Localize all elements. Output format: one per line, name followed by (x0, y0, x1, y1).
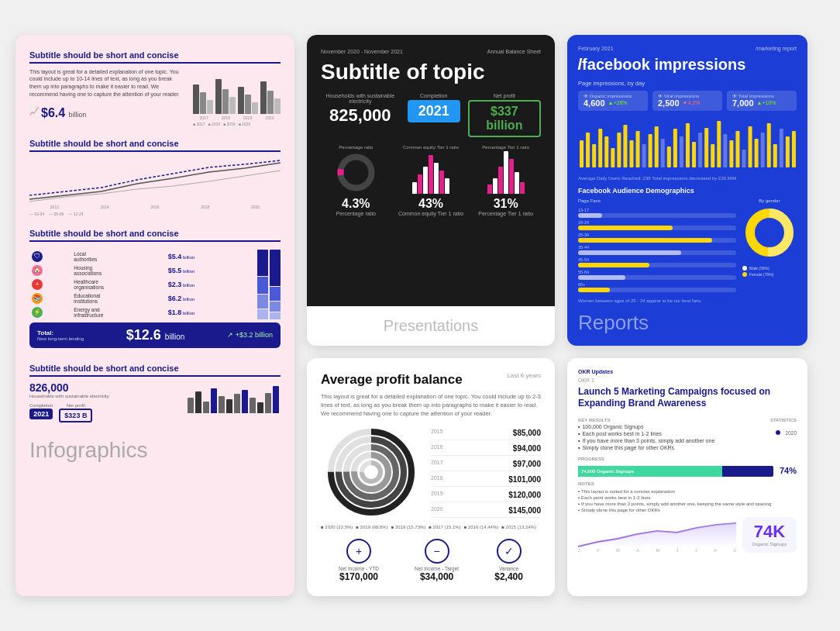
infog-title-1: Subtitle should be short and concise (29, 50, 281, 64)
table-row: 🛡 Localauthorities $5.4 billion (29, 250, 251, 264)
pres-stat-profit: Net profit $337 billion (468, 93, 541, 137)
pres-main-title: Subtitle of topic (321, 60, 541, 84)
svg-rect-22 (704, 128, 708, 167)
okr-progress-row: 74,000 Organic Signups 74% (578, 463, 797, 477)
fb-metric-viral: 👁 Viral impressions 2,500 ▼4.2% (652, 91, 722, 111)
okr-kr-2: • Each post works best in 1-2 lines (578, 431, 735, 436)
svg-rect-36 (792, 131, 796, 167)
svg-rect-35 (786, 136, 790, 167)
svg-point-0 (340, 157, 371, 188)
netprofit-stat: Net profit $323 B (59, 403, 92, 422)
fb-header: February 2021 /marketing report (578, 46, 797, 51)
bar (193, 84, 199, 114)
fb-audience-content: Page Fans 13-17 18-24 25-34 35-44 (578, 198, 797, 295)
fb-type: /marketing report (756, 46, 797, 51)
donut-chart (335, 151, 377, 194)
svg-rect-12 (642, 144, 646, 167)
avg-donut (321, 426, 422, 519)
table-row: 📚 Educationalinstitutions $6.2 billion (29, 291, 251, 305)
infog-title-3: Subtitle should be short and concise (29, 229, 281, 242)
pres-chart-bars: Common equity Tier 1 ratio 43% Common eq… (396, 145, 466, 216)
presentations-label: Presentations (307, 306, 555, 346)
fb-date: February 2021 (578, 46, 614, 51)
infog-stat-1: $6.4 billion (41, 106, 87, 120)
svg-rect-33 (773, 144, 777, 167)
pres-date-row: November 2020 - November 2021 Annual Bal… (321, 49, 541, 54)
bar-chart-1 (193, 71, 281, 114)
bar (274, 98, 281, 114)
svg-rect-27 (735, 131, 739, 167)
stacked-bar-segment (257, 295, 268, 308)
okr-key-results-row: KEY RESULTS • 100,000 Organic Signups • … (578, 413, 797, 452)
fb-bar-chart (578, 117, 797, 171)
sparkline-labels: JFM AMJ JAS (578, 548, 736, 553)
age-bar-5564: 55-64 (578, 270, 736, 280)
total-box: Total: New long-term lending $12.6 billi… (29, 322, 281, 348)
svg-point-39 (759, 222, 780, 243)
avg-header: Average profit balance Last 6 years (321, 372, 541, 388)
bar (252, 102, 258, 114)
svg-rect-7 (611, 148, 615, 167)
shield-icon: 🛡 (32, 251, 43, 262)
svg-rect-14 (655, 126, 659, 167)
facebook-card: February 2021 /marketing report //facebo… (567, 35, 807, 346)
svg-rect-32 (767, 123, 771, 167)
avg-val-row-2018: 2018 $101,000 (431, 473, 541, 487)
fb-footer-note: Women between ages of 25 - 34 appear to … (578, 298, 797, 303)
infog-text-1: This layout is great for a detailed expl… (29, 68, 185, 98)
okr-kr-4: • Simply clone this page for other OKRs (578, 445, 735, 450)
bar (207, 100, 213, 114)
bar (245, 95, 251, 114)
svg-rect-8 (617, 133, 621, 167)
svg-rect-3 (586, 133, 590, 167)
okr-num: OKR 1 (578, 378, 797, 383)
presentations-inner: November 2020 - November 2021 Annual Bal… (307, 35, 555, 306)
avg-description: This layout is great for a detailed expl… (321, 392, 541, 419)
avg-val-row-2016: 2016 $94,000 (431, 442, 541, 456)
svg-rect-17 (673, 129, 677, 167)
table-row: ⚡ Energy andinfrastructure $1.8 billion (29, 305, 251, 319)
bar (238, 87, 244, 114)
peak-bars-2 (470, 151, 541, 194)
pres-date-right: Annual Balance Sheet (487, 49, 541, 54)
fb-chart-note: Average Daily Users Reached: 238 Total i… (578, 176, 797, 181)
age-bar-1824: 18-24 (578, 220, 736, 230)
fb-audience-title: Facebook Audience Demographics (578, 187, 797, 195)
fb-age-bars: Page Fans 13-17 18-24 25-34 35-44 (578, 198, 736, 295)
okr-tag: OKR Updates (578, 369, 613, 374)
okr-note-1: • This layout is suited for a concise ex… (578, 489, 797, 494)
okr-stat-highlight: 74K Organic Signups (742, 517, 797, 553)
infographics-label: Infographics (29, 438, 281, 463)
infog-section-1: Subtitle should be short and concise Thi… (29, 50, 281, 126)
okr-card: OKR Updates OKR 1 Launch 5 Marketing Cam… (567, 358, 807, 597)
pres-chart-bars2: Percentage Tier 1 ratio 31% Percentage T… (470, 145, 541, 216)
home-icon: 🏠 (32, 265, 43, 276)
fb-donut: By gender Male (56%) Female (70%) (742, 198, 797, 295)
fb-metric-total: 👁 Total impressions 7,000 ▲+10% (727, 91, 797, 111)
svg-rect-9 (623, 125, 627, 167)
gallery: Subtitle should be short and concise Thi… (0, 19, 840, 612)
svg-rect-18 (680, 136, 683, 167)
okr-sparkline-area: JFM AMJ JAS (578, 517, 736, 553)
bar (229, 97, 236, 114)
svg-rect-11 (636, 131, 640, 167)
okr-sparkline (578, 517, 736, 548)
stacked-bar-segment (270, 302, 281, 312)
bar (215, 79, 222, 114)
total-amount: $12.6 billion (126, 327, 185, 343)
fb-metrics: 👁 Organic impressions 4,600 ▲+26% 👁 Vira… (578, 91, 797, 111)
stacked-bar-segment (270, 287, 281, 300)
okr-kr-3: • If you have more than 3 points, simply… (578, 438, 735, 443)
energy-icon: ⚡ (32, 307, 43, 318)
age-bar-3544: 35-44 (578, 245, 736, 255)
svg-rect-6 (604, 136, 608, 167)
svg-rect-20 (692, 142, 696, 167)
svg-rect-15 (661, 139, 665, 167)
education-icon: 📚 (32, 293, 43, 304)
stacked-bar-segment (257, 277, 268, 294)
stat-label: Households with sustainable electricity (29, 394, 180, 398)
avg-subtitle: Last 6 years (507, 372, 541, 379)
svg-rect-2 (580, 140, 584, 167)
completion-stat: Completion 2021 (29, 403, 53, 422)
avg-content: 2015 $85,000 2016 $94,000 2017 $97,000 2… (321, 426, 541, 519)
